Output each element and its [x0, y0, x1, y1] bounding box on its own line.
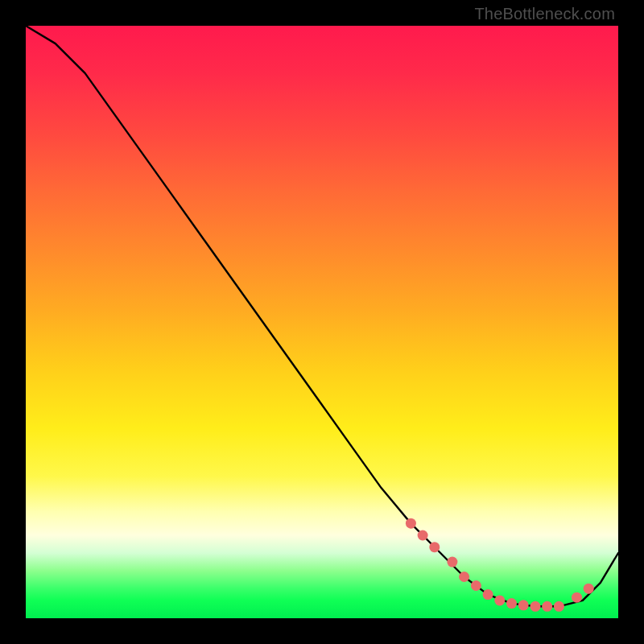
curve-marker — [554, 601, 564, 612]
curve-marker — [447, 557, 457, 568]
curve-marker — [406, 518, 416, 529]
curve-marker — [542, 601, 552, 612]
curve-marker — [518, 600, 529, 610]
curve-marker — [429, 542, 440, 552]
curve-marker — [483, 589, 493, 600]
chart-frame: TheBottleneck.com — [0, 0, 644, 644]
curve-marker — [494, 595, 505, 605]
curve-marker — [459, 572, 469, 582]
curve-marker — [418, 530, 428, 541]
curve-marker — [584, 584, 594, 594]
curve-marker — [471, 580, 481, 591]
curve-marker — [506, 598, 517, 609]
chart-svg — [26, 26, 618, 618]
curve-path — [26, 26, 618, 606]
curve-markers — [406, 518, 594, 612]
plot-area — [26, 26, 618, 618]
curve-marker — [530, 601, 541, 612]
curve-marker — [572, 592, 582, 603]
attribution-text: TheBottleneck.com — [474, 5, 615, 23]
